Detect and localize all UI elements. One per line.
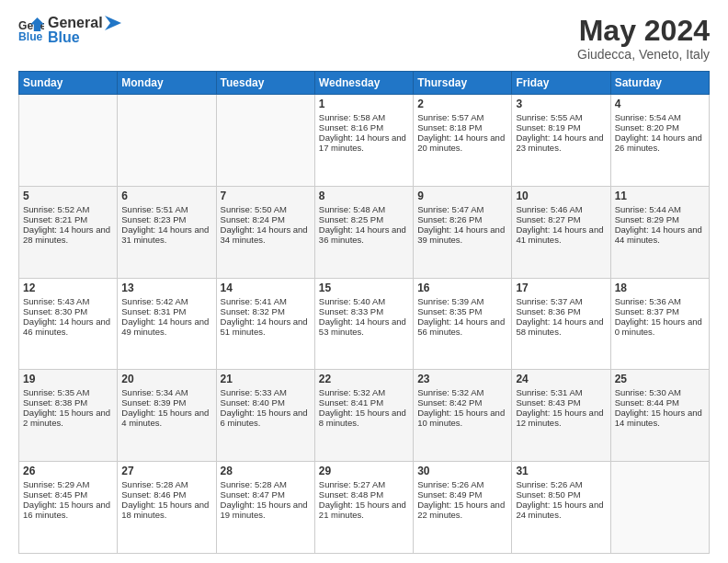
day-info: Sunset: 8:46 PM xyxy=(121,489,211,500)
day-info: Sunset: 8:47 PM xyxy=(221,489,311,500)
day-info: Sunset: 8:37 PM xyxy=(615,306,705,316)
calendar-week-row: 19Sunrise: 5:35 AMSunset: 8:38 PMDayligh… xyxy=(19,370,710,462)
day-info: Sunset: 8:26 PM xyxy=(417,214,507,224)
calendar-header-tuesday: Tuesday xyxy=(216,72,314,95)
calendar-cell: 13Sunrise: 5:42 AMSunset: 8:31 PMDayligh… xyxy=(118,278,216,370)
day-number: 18 xyxy=(615,282,705,294)
calendar-cell: 20Sunrise: 5:34 AMSunset: 8:39 PMDayligh… xyxy=(118,370,216,462)
day-number: 12 xyxy=(23,282,113,294)
day-info: Sunset: 8:49 PM xyxy=(417,489,507,500)
day-info: Daylight: 14 hours and 51 minutes. xyxy=(221,316,311,337)
day-info: Sunset: 8:50 PM xyxy=(516,489,606,500)
day-number: 26 xyxy=(23,465,113,477)
calendar-cell: 22Sunrise: 5:32 AMSunset: 8:41 PMDayligh… xyxy=(314,370,413,462)
day-info: Sunrise: 5:32 AM xyxy=(417,387,507,397)
day-number: 22 xyxy=(319,373,409,385)
logo-blue: Blue xyxy=(48,29,121,46)
calendar-cell xyxy=(216,95,314,187)
day-number: 15 xyxy=(319,282,409,294)
day-info: Sunrise: 5:30 AM xyxy=(615,387,705,397)
calendar-cell: 6Sunrise: 5:51 AMSunset: 8:23 PMDaylight… xyxy=(118,186,216,278)
day-info: Sunrise: 5:55 AM xyxy=(516,112,606,122)
day-info: Sunset: 8:29 PM xyxy=(615,214,705,224)
calendar-header-sunday: Sunday xyxy=(19,72,118,95)
day-number: 11 xyxy=(615,190,705,202)
day-info: Sunset: 8:45 PM xyxy=(23,489,113,500)
day-info: Daylight: 15 hours and 6 minutes. xyxy=(221,408,311,428)
day-info: Sunset: 8:20 PM xyxy=(615,122,705,132)
calendar-cell xyxy=(19,95,118,187)
day-number: 31 xyxy=(516,465,606,477)
logo: General Blue General Blue xyxy=(18,15,121,46)
day-info: Sunset: 8:25 PM xyxy=(319,214,409,224)
day-number: 14 xyxy=(221,282,311,294)
calendar-cell: 4Sunrise: 5:54 AMSunset: 8:20 PMDaylight… xyxy=(610,95,709,187)
calendar-week-row: 5Sunrise: 5:52 AMSunset: 8:21 PMDaylight… xyxy=(19,186,710,278)
calendar-cell: 31Sunrise: 5:26 AMSunset: 8:50 PMDayligh… xyxy=(512,462,610,554)
day-info: Sunrise: 5:31 AM xyxy=(516,387,606,397)
day-info: Sunset: 8:35 PM xyxy=(417,306,507,316)
day-number: 29 xyxy=(319,465,409,477)
day-info: Daylight: 14 hours and 56 minutes. xyxy=(417,316,507,337)
title-block: May 2024 Giudecca, Veneto, Italy xyxy=(577,15,710,62)
day-number: 3 xyxy=(516,98,606,110)
day-number: 4 xyxy=(615,98,705,110)
calendar-cell: 30Sunrise: 5:26 AMSunset: 8:49 PMDayligh… xyxy=(414,462,512,554)
day-info: Sunrise: 5:26 AM xyxy=(516,479,606,489)
calendar-header-monday: Monday xyxy=(118,72,216,95)
day-info: Daylight: 14 hours and 58 minutes. xyxy=(516,316,606,337)
calendar-cell: 11Sunrise: 5:44 AMSunset: 8:29 PMDayligh… xyxy=(610,186,709,278)
calendar-header-thursday: Thursday xyxy=(414,72,512,95)
day-info: Sunrise: 5:36 AM xyxy=(615,296,705,306)
calendar-cell: 9Sunrise: 5:47 AMSunset: 8:26 PMDaylight… xyxy=(414,186,512,278)
calendar-cell: 28Sunrise: 5:28 AMSunset: 8:47 PMDayligh… xyxy=(216,462,314,554)
calendar-cell: 23Sunrise: 5:32 AMSunset: 8:42 PMDayligh… xyxy=(414,370,512,462)
day-info: Sunset: 8:24 PM xyxy=(221,214,311,224)
day-info: Sunrise: 5:44 AM xyxy=(615,204,705,214)
day-info: Daylight: 14 hours and 26 minutes. xyxy=(615,132,705,153)
day-info: Sunrise: 5:51 AM xyxy=(121,204,211,214)
day-info: Sunrise: 5:57 AM xyxy=(417,112,507,122)
day-info: Sunset: 8:30 PM xyxy=(23,306,113,316)
day-info: Sunset: 8:31 PM xyxy=(121,306,211,316)
day-number: 1 xyxy=(319,98,409,110)
day-info: Daylight: 15 hours and 4 minutes. xyxy=(121,408,211,428)
calendar-table: SundayMondayTuesdayWednesdayThursdayFrid… xyxy=(18,71,710,554)
day-number: 23 xyxy=(417,373,507,385)
day-info: Sunrise: 5:47 AM xyxy=(417,204,507,214)
day-number: 30 xyxy=(417,465,507,477)
calendar-cell: 5Sunrise: 5:52 AMSunset: 8:21 PMDaylight… xyxy=(19,186,118,278)
day-number: 28 xyxy=(221,465,311,477)
day-info: Daylight: 14 hours and 23 minutes. xyxy=(516,132,606,153)
svg-text:Blue: Blue xyxy=(18,30,43,43)
day-info: Daylight: 14 hours and 46 minutes. xyxy=(23,316,113,337)
day-number: 8 xyxy=(319,190,409,202)
day-info: Daylight: 14 hours and 49 minutes. xyxy=(121,316,211,337)
day-number: 17 xyxy=(516,282,606,294)
day-info: Sunrise: 5:32 AM xyxy=(319,387,409,397)
day-info: Sunrise: 5:50 AM xyxy=(221,204,311,214)
day-info: Sunrise: 5:28 AM xyxy=(221,479,311,489)
day-info: Daylight: 14 hours and 44 minutes. xyxy=(615,224,705,245)
day-info: Sunset: 8:27 PM xyxy=(516,214,606,224)
logo-icon: General Blue xyxy=(18,17,44,43)
day-number: 6 xyxy=(121,190,211,202)
day-info: Sunrise: 5:42 AM xyxy=(121,296,211,306)
calendar-cell: 25Sunrise: 5:30 AMSunset: 8:44 PMDayligh… xyxy=(610,370,709,462)
calendar-header-wednesday: Wednesday xyxy=(314,72,413,95)
svg-marker-3 xyxy=(105,16,121,30)
day-info: Sunrise: 5:35 AM xyxy=(23,387,113,397)
day-info: Daylight: 14 hours and 31 minutes. xyxy=(121,224,211,245)
day-info: Sunset: 8:44 PM xyxy=(615,397,705,408)
day-info: Sunrise: 5:41 AM xyxy=(221,296,311,306)
day-info: Daylight: 15 hours and 21 minutes. xyxy=(319,500,409,520)
day-number: 24 xyxy=(516,373,606,385)
day-info: Daylight: 14 hours and 41 minutes. xyxy=(516,224,606,245)
calendar-cell: 26Sunrise: 5:29 AMSunset: 8:45 PMDayligh… xyxy=(19,462,118,554)
day-number: 16 xyxy=(417,282,507,294)
calendar-header-row: SundayMondayTuesdayWednesdayThursdayFrid… xyxy=(19,72,710,95)
day-info: Sunset: 8:42 PM xyxy=(417,397,507,408)
calendar-cell: 18Sunrise: 5:36 AMSunset: 8:37 PMDayligh… xyxy=(610,278,709,370)
day-info: Daylight: 15 hours and 2 minutes. xyxy=(23,408,113,428)
day-number: 13 xyxy=(121,282,211,294)
